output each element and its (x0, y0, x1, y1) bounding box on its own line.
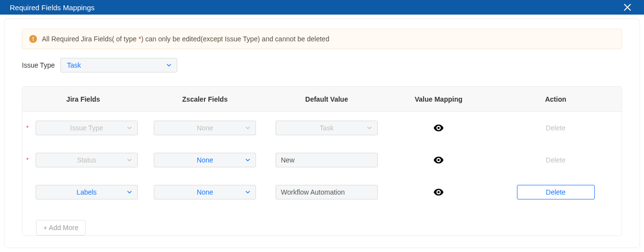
cell-mapping (387, 157, 490, 163)
cell-default: Task (266, 121, 387, 135)
chevron-down-icon (166, 62, 172, 70)
cell-mapping (387, 189, 490, 196)
modal: Required Fields Mappings ! All Required … (0, 0, 644, 252)
required-star: * (26, 157, 29, 163)
default-value-input[interactable] (276, 185, 378, 199)
eye-icon[interactable] (434, 189, 443, 196)
col-header-mapping: Value Mapping (387, 95, 490, 103)
add-more-button[interactable]: + Add More (36, 220, 86, 235)
cell-jira: * Status (22, 153, 144, 167)
col-header-jira: Jira Fields (22, 95, 144, 103)
jira-field-value: Status (36, 156, 137, 164)
jira-field-value: Issue Type (36, 124, 137, 132)
jira-field-select: Issue Type (36, 121, 138, 135)
issue-type-value: Task (67, 61, 81, 69)
svg-point-3 (438, 159, 440, 162)
cell-action: Delete (490, 124, 622, 132)
jira-field-select[interactable]: Labels (36, 185, 138, 199)
jira-field-select: Status (36, 153, 138, 167)
default-value-select: Task (276, 121, 378, 135)
cell-default (266, 185, 387, 199)
cell-jira: * Issue Type (22, 121, 144, 135)
table-header: Jira Fields Zscaler Fields Default Value… (22, 87, 622, 112)
zscaler-field-value: None (154, 156, 256, 164)
eye-icon[interactable] (434, 157, 443, 163)
table-body: * Issue Type None Task Delete* Status No… (22, 112, 622, 218)
modal-body-outer: ! All Required Jira Fields( of type *) c… (0, 15, 644, 252)
issue-type-label: Issue Type (22, 61, 55, 69)
col-header-default: Default Value (266, 95, 387, 103)
col-header-zscaler: Zscaler Fields (144, 95, 266, 103)
table-row: Labels None Delete (22, 176, 622, 208)
alert-prefix: All Required Jira Fields( of type (42, 35, 138, 43)
mappings-table: Jira Fields Zscaler Fields Default Value… (22, 86, 622, 236)
warning-icon: ! (29, 35, 37, 43)
cell-action: Delete (490, 156, 622, 164)
zscaler-field-select: None (154, 121, 256, 135)
eye-icon[interactable] (434, 125, 443, 131)
default-value: Task (276, 124, 377, 132)
svg-point-2 (438, 127, 440, 129)
add-more-row: + Add More (22, 218, 622, 235)
cell-default (266, 153, 387, 167)
issue-type-row: Issue Type Task (22, 58, 622, 72)
cell-jira: Labels (22, 185, 144, 199)
zscaler-field-select[interactable]: None (154, 185, 256, 199)
default-value-input[interactable] (276, 153, 378, 167)
required-star: * (26, 125, 29, 131)
issue-type-select[interactable]: Task (60, 58, 177, 72)
close-icon[interactable] (621, 0, 634, 14)
col-header-action: Action (490, 95, 622, 103)
table-row: * Issue Type None Task Delete (22, 112, 622, 144)
cell-mapping (387, 125, 490, 131)
cell-action: Delete (490, 185, 622, 199)
cell-zscaler: None (144, 153, 266, 167)
cell-zscaler: None (144, 121, 266, 135)
modal-body: ! All Required Jira Fields( of type *) c… (4, 18, 640, 248)
modal-header: Required Fields Mappings (0, 0, 644, 15)
alert-text: All Required Jira Fields( of type *) can… (42, 35, 329, 43)
delete-button-disabled: Delete (546, 156, 565, 164)
zscaler-field-value: None (154, 188, 256, 196)
svg-point-4 (438, 191, 440, 194)
info-alert: ! All Required Jira Fields( of type *) c… (22, 29, 622, 49)
zscaler-field-select[interactable]: None (154, 153, 256, 167)
jira-field-value: Labels (36, 188, 137, 196)
table-row: * Status None Delete (22, 144, 622, 176)
delete-button[interactable]: Delete (517, 185, 595, 199)
modal-title: Required Fields Mappings (10, 3, 94, 12)
alert-suffix: ) can only be edited(except Issue Type) … (141, 35, 330, 43)
delete-button-disabled: Delete (546, 124, 565, 132)
zscaler-field-value: None (154, 124, 256, 132)
cell-zscaler: None (144, 185, 266, 199)
